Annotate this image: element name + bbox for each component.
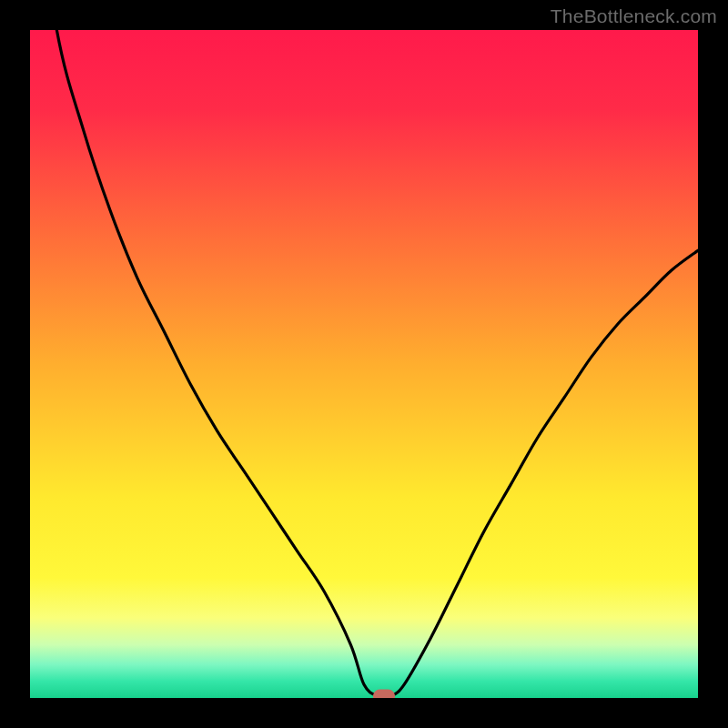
watermark-text: TheBottleneck.com — [551, 5, 717, 27]
plot-area — [30, 30, 698, 698]
chart-frame: TheBottleneck.com — [0, 0, 728, 728]
optimal-point-marker — [373, 689, 395, 698]
bottleneck-curve — [30, 30, 698, 697]
curve-layer — [30, 30, 698, 698]
